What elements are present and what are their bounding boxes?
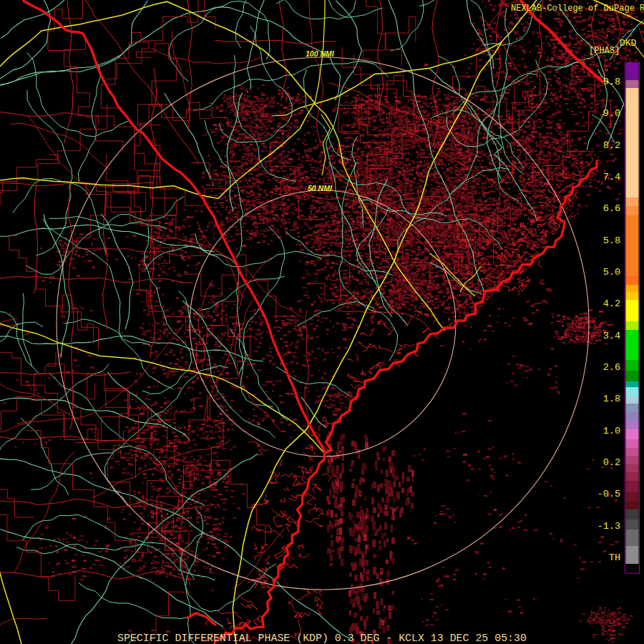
svg-text:8.2: 8.2 — [603, 140, 620, 151]
svg-text:3.4: 3.4 — [603, 331, 620, 341]
svg-text:SPECIFIC DIFFERENTIAL PHASE (K: SPECIFIC DIFFERENTIAL PHASE (KDP) 0.3 DE… — [117, 633, 527, 644]
svg-text:9.8: 9.8 — [603, 77, 620, 87]
svg-text:NEXLAB-College of DuPage Ra: NEXLAB-College of DuPage Ra — [511, 4, 644, 14]
svg-text:TH: TH — [609, 552, 620, 563]
svg-text:5.0: 5.0 — [603, 267, 620, 278]
svg-text:[PHAS]: [PHAS] — [589, 46, 620, 56]
svg-text:100 NMI: 100 NMI — [306, 49, 335, 58]
svg-text:4.2: 4.2 — [603, 298, 620, 309]
svg-text:0.2: 0.2 — [603, 457, 620, 468]
svg-text:2.6: 2.6 — [603, 362, 620, 373]
svg-text:50 NMI: 50 NMI — [308, 184, 333, 192]
svg-text:-1.3: -1.3 — [597, 521, 620, 532]
svg-text:1.8: 1.8 — [603, 394, 620, 404]
svg-text:7.4: 7.4 — [603, 172, 620, 182]
svg-text:-0.5: -0.5 — [597, 489, 620, 499]
svg-text:DKD: DKD — [620, 38, 637, 49]
svg-text:6.6: 6.6 — [603, 203, 620, 214]
svg-text:5.8: 5.8 — [603, 235, 620, 246]
svg-text:9.0: 9.0 — [603, 108, 620, 119]
svg-text:1.0: 1.0 — [603, 426, 620, 436]
